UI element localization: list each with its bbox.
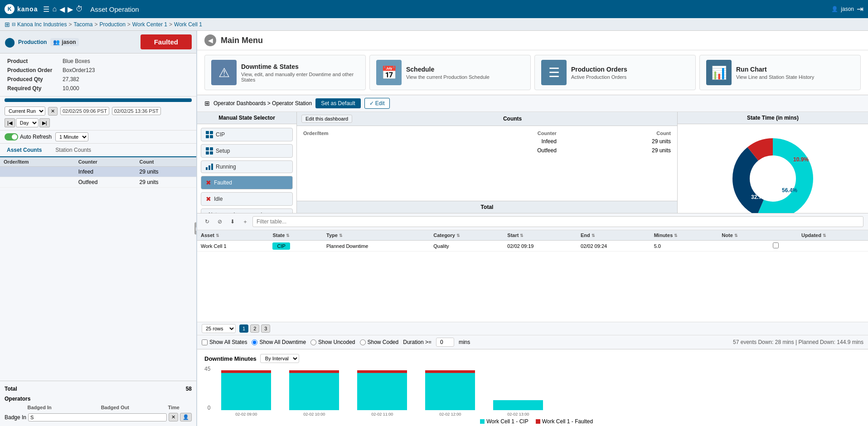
th-asset[interactable]: Asset ⇅ [197,230,269,241]
page-btn-2[interactable]: 2 [250,324,259,333]
kanoa-logo-icon: K [5,4,15,14]
home-icon[interactable]: ⌂ [52,5,57,14]
toggle-switch[interactable] [5,133,18,140]
td-checkbox[interactable] [769,241,798,252]
page-btn-1[interactable]: 1 [239,324,248,333]
col-count: Count [136,157,196,167]
show-uncoded-label[interactable]: Show Uncoded [310,339,355,345]
refresh-interval-select[interactable]: 1 Minute [55,132,88,141]
state-btn-cip[interactable]: CIP [201,128,293,141]
show-coded-radio[interactable] [360,339,366,345]
edit-dashboard-button[interactable]: Edit this dashboard [301,115,352,123]
run-date-from: 02/02/25 09:06 PST [60,107,109,115]
th-note[interactable]: Note ⇅ [718,230,769,241]
logout-icon[interactable]: ⇥ [857,4,863,14]
page-title: Asset Operation [90,5,139,13]
forward-icon[interactable]: ▶ [68,5,73,14]
required-qty-label: Required Qty [5,84,60,92]
tab-station-counts[interactable]: Station Counts [48,144,98,156]
duration-input[interactable] [436,338,454,347]
nav-forward-button[interactable]: ▶| [39,118,50,127]
main-menu-back-button[interactable]: ◀ [204,34,216,46]
clear-run-button[interactable]: ✕ [48,107,58,116]
bar-label-4: 02-02 12:00 [439,412,461,416]
breadcrumb-item-workcenter[interactable]: Work Center 1 [132,21,167,28]
idle-state-icon: ✖ [206,195,211,203]
total-value: 58 [186,386,192,392]
production-orders-card-text: Production Orders Active Production Orde… [571,66,627,80]
hamburger-icon[interactable]: ☰ [43,5,49,14]
th-minutes[interactable]: Minutes ⇅ [650,230,718,241]
downtime-header: Downtime Minutes By Interval By Day By W… [204,354,861,363]
breadcrumb-item-production[interactable]: Production [99,21,125,28]
th-checkbox-col [769,230,798,241]
filter-row: Show All States Show All Downtime Show U… [197,335,868,349]
svg-text:32.7%: 32.7% [751,194,766,200]
th-category[interactable]: Category ⇅ [430,230,504,241]
stats-text: 57 events Down: 28 mins | Planned Down: … [733,339,863,345]
history-icon[interactable]: ⏱ [76,5,83,14]
bar-group-5: 02-02 13:00 [493,400,543,416]
left-footer: Total 58 Operators Badged In Badged Out … [0,381,196,426]
th-start[interactable]: Start ⇅ [504,230,577,241]
counts-table: Order/Item Counter Count Infeed29 unitsO… [0,157,196,188]
state-btn-idle[interactable]: ✖ Idle [201,192,293,206]
interval-select[interactable]: Day [16,118,39,127]
production-order-value: BoxOrder123 [61,66,191,74]
edit-button[interactable]: ✓ Edit [364,98,390,109]
set-default-button[interactable]: Set as Default [315,98,360,108]
auto-refresh-toggle[interactable]: Auto Refresh [5,133,52,140]
back-icon[interactable]: ◀ [59,5,65,14]
bars-row: 02-02 09:00 02-02 10:00 [212,366,861,416]
badge-submit-button[interactable]: 👤 [180,413,192,421]
state-btn-running[interactable]: Running [201,160,293,173]
nav-first-button[interactable]: |◀ [5,118,15,127]
menu-card-run-chart[interactable]: 📊 Run Chart View Line and Station State … [699,55,861,90]
tab-asset-counts[interactable]: Asset Counts [0,144,48,157]
show-all-downtime-radio[interactable] [252,339,257,345]
show-all-states-label[interactable]: Show All States [202,339,247,345]
interval-select-chart[interactable]: By Interval By Day By Week [260,354,299,363]
show-coded-label[interactable]: Show Coded [360,339,399,345]
show-uncoded-text: Show Uncoded [318,339,355,345]
th-end[interactable]: End ⇅ [577,230,650,241]
chart-legend-faulted-dot [536,419,540,424]
faulted-state-label: Faulted [214,179,232,186]
td-minutes: 5.0 [650,241,718,252]
th-type[interactable]: Type ⇅ [323,230,430,241]
state-btn-not-enough-personnel[interactable]: Not enough personnel [201,208,293,213]
menu-card-downtime[interactable]: ⚠ Downtime & States View, edit, and manu… [204,55,366,90]
show-uncoded-radio[interactable] [310,339,316,345]
bar-5 [493,400,543,410]
th-updated[interactable]: Updated ⇅ [798,230,868,241]
download-icon[interactable]: ⬇ [227,216,238,227]
bar-group-2: 02-02 10:00 [289,370,339,416]
username: jason [841,6,854,12]
rows-per-page-select[interactable]: 25 rows 50 rows 100 rows [202,324,236,333]
add-icon[interactable]: ＋ [240,216,251,227]
faulted-button[interactable]: Faulted [141,34,192,49]
refresh-icon[interactable]: ↻ [202,216,213,227]
user-badge: 👥 jason [50,38,78,46]
idle-state-label: Idle [214,196,223,202]
td-asset: Work Cell 1 [197,241,269,252]
state-btn-faulted[interactable]: ✖ Faulted [201,176,293,189]
nav-icons: ☰ ⌂ ◀ ▶ ⏱ [43,5,83,14]
pause-icon[interactable]: ⊘ [214,216,225,227]
menu-card-schedule[interactable]: 📅 Schedule View the current Production S… [369,55,531,90]
show-all-states-checkbox[interactable] [202,339,208,345]
table-filter-input[interactable] [252,216,863,227]
td-start: 02/02 09:19 [504,241,577,252]
state-btn-setup[interactable]: Setup [201,144,293,158]
page-btn-3[interactable]: 3 [261,324,270,333]
breadcrumb-item-workcell[interactable]: Work Cell 1 [174,21,202,28]
badge-input[interactable] [28,413,167,421]
current-run-select[interactable]: Current Run [5,106,45,116]
downtime-title: Downtime Minutes [204,355,257,362]
menu-card-production-orders[interactable]: ☰ Production Orders Active Production Or… [534,55,696,90]
breadcrumb-item-company[interactable]: Kanoa Inc Industries [17,21,67,28]
show-all-downtime-label[interactable]: Show All Downtime [252,339,306,345]
th-state[interactable]: State ⇅ [269,230,323,241]
breadcrumb-item-location[interactable]: Tacoma [73,21,92,28]
badge-clear-button[interactable]: ✕ [169,413,178,421]
